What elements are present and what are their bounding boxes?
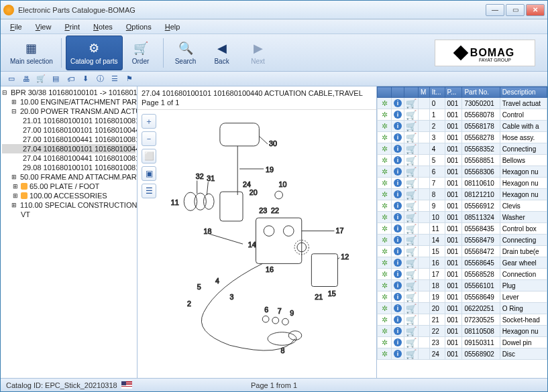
view-toggle-button[interactable]: ☰ [142,184,156,198]
info-icon[interactable]: i [394,202,402,210]
catalog-parts-button[interactable]: ⚙Catalog of parts [66,36,123,70]
zoom-actual-button[interactable]: ▣ [142,166,156,181]
table-row[interactable]: ✲i🛒1500105568472Drain tube(e [378,246,547,257]
expand-icon[interactable]: ⊟ [2,88,7,96]
menu-options[interactable]: Options [121,21,157,32]
tree-node[interactable]: 29.08 101680100101 101680100810 [2,163,135,172]
tree-node[interactable]: ⊞65.00 PLATE / FOOT [2,182,135,191]
gear-icon[interactable]: ✲ [380,349,389,358]
col-header[interactable] [378,87,392,98]
info-icon[interactable]: i [394,133,402,141]
gear-icon[interactable]: ✲ [380,281,389,290]
info-icon[interactable]: i [394,338,402,346]
main-selection-button[interactable]: ▦Main selection [6,36,57,70]
info-icon[interactable]: i [394,145,402,153]
table-row[interactable]: ✲i🛒300105568278Hose assy. [378,132,547,143]
tb-icon-6[interactable]: ⬇ [80,74,91,84]
cart-icon[interactable]: 🛒 [406,304,416,313]
gear-icon[interactable]: ✲ [380,315,389,324]
menu-help[interactable]: Help [160,21,186,32]
cart-icon[interactable]: 🛒 [406,167,416,176]
tree-node[interactable]: 21.01 101680100101 101680100810 [2,116,135,125]
gear-icon[interactable]: ✲ [380,190,389,199]
tb-icon-1[interactable]: ▭ [6,74,17,84]
gear-icon[interactable]: ✲ [380,155,389,165]
info-icon[interactable]: i [394,350,402,358]
info-icon[interactable]: i [394,316,402,324]
gear-icon[interactable]: ✲ [380,178,389,188]
order-button[interactable]: 🛒Order [123,36,159,70]
col-header[interactable]: Description [500,87,547,98]
tree-node[interactable]: ⊞50.00 FRAME AND ATTACHM.PARTS [2,172,135,182]
col-header[interactable]: It... [429,87,445,98]
tree-node[interactable]: ⊟20.00 POWER TRANSM.AND ACTUAT. [2,107,135,116]
menu-view[interactable]: View [30,21,57,32]
gear-icon[interactable]: ✲ [380,326,389,336]
tree-node[interactable]: ⊟BPR 30/38 101680100101 -> 101680100811 [2,88,135,97]
tb-icon-5[interactable]: 🏷 [65,74,76,84]
tb-icon-7[interactable]: ⓘ [95,74,105,84]
table-row[interactable]: ✲i🛒1000108511324Washer [378,212,547,223]
info-icon[interactable]: i [394,213,402,221]
minimize-button[interactable]: — [486,4,504,16]
info-icon[interactable]: i [394,168,402,176]
col-header[interactable] [392,87,404,98]
gear-icon[interactable]: ✲ [380,292,389,302]
table-row[interactable]: ✲i🛒1400105568479Connecting [378,235,547,246]
table-row[interactable]: ✲i🛒400105568352Connecting [378,143,547,155]
cart-icon[interactable]: 🛒 [406,201,416,210]
expand-icon[interactable]: ⊞ [11,182,19,190]
tree-node[interactable]: 27.04 101680100441 101680100810 [2,153,135,163]
expand-icon[interactable]: ⊞ [11,98,17,106]
menu-print[interactable]: Print [59,21,85,32]
info-icon[interactable]: i [394,99,402,107]
tree-node[interactable]: ⊞110.00 SPECIAL CONSTRUCTIONS [2,200,135,210]
col-header[interactable]: Part No. [462,87,500,98]
info-icon[interactable]: i [394,304,402,312]
zoom-fit-button[interactable]: ⬜ [142,149,156,164]
cart-icon[interactable]: 🛒 [406,258,416,267]
cart-icon[interactable]: 🛒 [406,281,416,290]
gear-icon[interactable]: ✲ [380,338,389,347]
flag-icon[interactable] [121,381,132,389]
gear-icon[interactable]: ✲ [380,247,389,256]
zoom-in-button[interactable]: ＋ [142,114,156,129]
col-header[interactable]: M [419,87,430,98]
menu-file[interactable]: File [5,21,28,32]
info-icon[interactable]: i [394,270,402,278]
cart-icon[interactable]: 🛒 [406,224,416,233]
cart-icon[interactable]: 🛒 [406,292,416,302]
table-row[interactable]: ✲i🛒700108110610Hexagon nu [378,178,547,189]
gear-icon[interactable]: ✲ [380,212,389,222]
gear-icon[interactable]: ✲ [380,258,389,267]
close-button[interactable]: ✕ [526,4,545,16]
cart-icon[interactable]: 🛒 [406,144,416,153]
tree-node[interactable]: VT [2,210,135,219]
tree-node[interactable]: ⊞100.00 ACCESSORIES [2,191,135,200]
info-icon[interactable]: i [394,111,402,119]
diagram-area[interactable]: ＋ － ⬜ ▣ ☰ 30 19 11 32 31 [138,110,376,378]
info-icon[interactable]: i [394,327,402,335]
info-icon[interactable]: i [394,293,402,301]
info-icon[interactable]: i [394,247,402,255]
table-row[interactable]: ✲i🛒2000106220251O Ring [378,303,547,314]
maximize-button[interactable]: ▭ [506,4,525,16]
zoom-out-button[interactable]: － [142,131,156,146]
table-row[interactable]: ✲i🛒200105568178Cable with a [378,121,547,132]
search-button[interactable]: 🔍Search [168,36,204,70]
cart-icon[interactable]: 🛒 [406,247,416,256]
table-row[interactable]: ✲i🛒500105568851Bellows [378,155,547,166]
cart-icon[interactable]: 🛒 [406,178,416,188]
gear-icon[interactable]: ✲ [380,304,389,313]
tree-node[interactable]: ⊞10.00 ENGINE/ATTACHMENT PARTS [2,97,135,107]
gear-icon[interactable]: ✲ [380,224,389,233]
cart-icon[interactable]: 🛒 [406,190,416,199]
info-icon[interactable]: i [394,224,402,233]
menu-notes[interactable]: Notes [88,21,118,32]
cart-icon[interactable]: 🛒 [406,315,416,324]
table-row[interactable]: ✲i🛒600105568306Hexagon nu [378,166,547,178]
expand-icon[interactable]: ⊟ [11,107,17,115]
table-row[interactable]: ✲i🛒1100105568435Control box [378,223,547,235]
cart-icon[interactable]: 🛒 [406,155,416,165]
back-button[interactable]: ◀Back [204,36,240,70]
